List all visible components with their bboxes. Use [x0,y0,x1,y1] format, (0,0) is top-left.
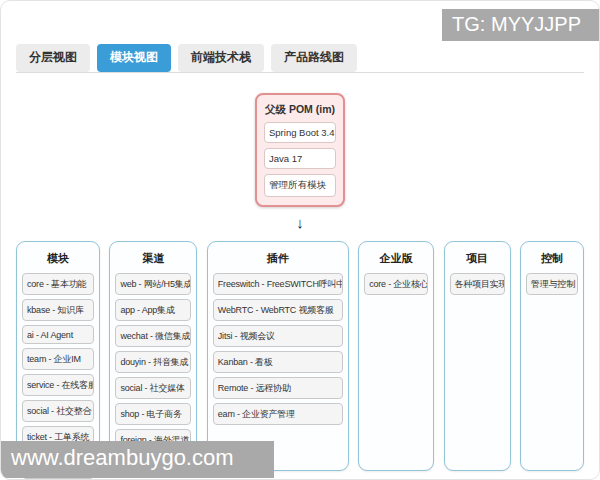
column-title: 项目 [450,251,505,266]
list-item: Kanban - 看板 [213,351,343,373]
list-item: 管理与控制 [526,273,578,295]
list-item: kbase - 知识库 [22,299,94,321]
column-control: 控制 管理与控制 [520,241,584,471]
list-item: app - App集成 [115,299,191,321]
list-item: web - 网站/H5集成 [115,273,191,295]
list-item: ai - AI Agent [22,325,94,344]
list-item: social - 社交整合 [22,400,94,422]
tab-frontend-stack[interactable]: 前端技术栈 [178,44,264,72]
column-channels: 渠道 web - 网站/H5集成 app - App集成 wechat - 微信… [109,241,197,471]
list-item: core - 企业核心 [364,273,428,295]
list-item: service - 在线客服 [22,374,94,396]
column-title: 渠道 [115,251,191,266]
column-enterprise: 企业版 core - 企业核心 [358,241,434,471]
column-projects: 项目 各种项目实现 [444,241,511,471]
tab-product-roadmap[interactable]: 产品路线图 [271,44,357,72]
pom-item-manage-modules: 管理所有模块 [264,174,336,197]
parent-pom-title: 父级 POM (im) [264,103,336,117]
watermark-top-right: TG: MYYJJPP [442,9,599,41]
list-item: wechat - 微信集成 [115,325,191,347]
column-title: 企业版 [364,251,428,266]
tab-module-view[interactable]: 模块视图 [97,44,171,72]
list-item: eam - 企业资产管理 [213,403,343,425]
list-item: Jitsi - 视频会议 [213,325,343,347]
columns-row: 模块 core - 基本功能 kbase - 知识库 ai - AI Agent… [16,241,584,471]
page: TG: MYYJJPP 分层视图 模块视图 前端技术栈 产品路线图 父级 POM… [0,0,600,480]
list-item: 各种项目实现 [450,273,505,295]
list-item: Remote - 远程协助 [213,377,343,399]
tab-bar: 分层视图 模块视图 前端技术栈 产品路线图 [16,44,584,73]
watermark-bottom-left: www.dreambuygo.com [1,441,274,478]
list-item: WebRTC - WebRTC 视频客服 [213,299,343,321]
list-item: social - 社交媒体 [115,377,191,399]
column-title: 模块 [22,251,94,266]
list-item: shop - 电子商务 [115,403,191,425]
column-plugins: 插件 Freeswitch - FreeSWITCH呼叫中心 WebRTC - … [207,241,349,471]
list-item: core - 基本功能 [22,273,94,295]
column-title: 插件 [213,251,343,266]
column-title: 控制 [526,251,578,266]
list-item: Freeswitch - FreeSWITCH呼叫中心 [213,273,343,295]
tab-layered-view[interactable]: 分层视图 [16,44,90,72]
down-arrow-icon: ↓ [1,214,599,232]
list-item: douyin - 抖音集成 [115,351,191,373]
pom-item-spring-boot: Spring Boot 3.4.4 [264,122,336,143]
parent-pom-box: 父级 POM (im) Spring Boot 3.4.4 Java 17 管理… [255,93,345,207]
list-item: team - 企业IM [22,348,94,370]
pom-item-java: Java 17 [264,148,336,169]
column-modules: 模块 core - 基本功能 kbase - 知识库 ai - AI Agent… [16,241,100,471]
